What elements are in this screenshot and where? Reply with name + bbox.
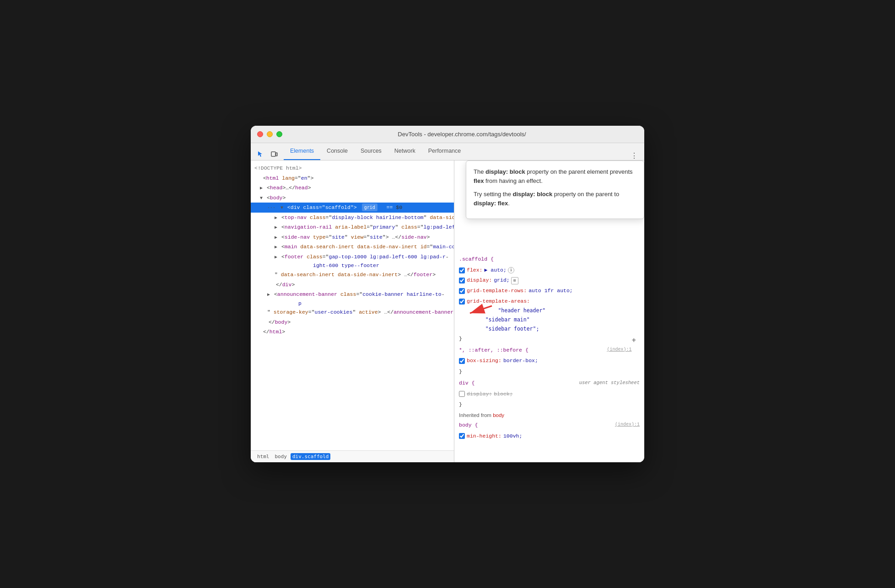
close-button[interactable] <box>257 131 263 137</box>
min-height-property: min-height: <box>467 432 501 441</box>
sidenav-line[interactable]: ▶ <side-nav type="site" view="site"> …</… <box>251 232 454 242</box>
scaffold-rule: .scaffold { <box>454 254 644 265</box>
devtools-tab-bar: Elements Console Sources Network Perform… <box>251 143 644 160</box>
scaffold-line[interactable]: ··· ▼ <div class="scaffold"> grid == $0 <box>251 203 454 213</box>
grid-areas-value: "header header" "sidebar main" "sidebar … <box>454 306 644 333</box>
grid-areas-property: grid-template-areas: <box>467 297 530 306</box>
topnav-line[interactable]: ▶ <top-nav class="display-block hairline… <box>251 213 454 223</box>
user-agent-label: user agent stylesheet <box>579 379 640 387</box>
breadcrumb-html[interactable]: html <box>255 453 271 460</box>
html-open-line[interactable]: <html lang="en"> <box>251 173 454 183</box>
breadcrumb-scaffold[interactable]: div.scaffold <box>291 453 330 460</box>
titlebar: DevTools - developer.chrome.com/tags/dev… <box>251 126 644 143</box>
display-block-value: block; <box>494 390 512 399</box>
navrail-line[interactable]: ▶ <navigation-rail aria-label="primary" … <box>251 222 454 232</box>
styles-panel: The display: block property on the paren… <box>454 160 644 462</box>
grid-areas-checkbox[interactable] <box>459 299 465 305</box>
svg-rect-1 <box>276 153 277 156</box>
breadcrumb-body[interactable]: body <box>273 453 289 460</box>
div-rule: user agent stylesheet div { <box>454 378 644 389</box>
div-close-line: </div> <box>251 280 454 290</box>
banner-line[interactable]: ▶ <announcement-banner class="cookie-ban… <box>251 289 454 317</box>
tab-network[interactable]: Network <box>388 143 422 160</box>
tooltip-paragraph-2: Try setting the display: block property … <box>474 190 636 208</box>
elements-panel: <!DOCTYPE html> <html lang="en"> ▶ <head… <box>251 160 454 462</box>
min-height-checkbox[interactable] <box>459 433 465 439</box>
universal-line-num[interactable]: (index):1 <box>607 346 631 354</box>
scaffold-close-brace: } + <box>454 333 644 345</box>
flex-checkbox[interactable] <box>459 267 465 273</box>
display-block-line: display: block; <box>454 389 644 400</box>
svg-rect-0 <box>271 152 275 156</box>
tab-sources[interactable]: Sources <box>354 143 388 160</box>
devtools-window: DevTools - developer.chrome.com/tags/dev… <box>251 126 644 462</box>
flex-property-line: flex: ▶ auto; i <box>454 265 644 276</box>
display-block-checkbox[interactable] <box>459 391 465 397</box>
grid-badge[interactable]: grid <box>362 203 377 211</box>
box-sizing-line: box-sizing: border-box; <box>454 356 644 366</box>
div-selector[interactable]: div { <box>459 380 475 386</box>
styles-content: .scaffold { flex: ▶ auto; i display: <box>454 252 644 462</box>
display-block-property: display: <box>467 390 492 399</box>
flex-value: ▶ auto; <box>485 266 507 275</box>
maximize-button[interactable] <box>276 131 282 137</box>
body-rule: (index):1 body { <box>454 420 644 431</box>
html-close-line: </html> <box>251 327 454 337</box>
display-value: grid; <box>494 276 510 285</box>
box-sizing-checkbox[interactable] <box>459 358 465 364</box>
tab-elements[interactable]: Elements <box>284 143 320 160</box>
box-sizing-value: border-box; <box>503 356 538 366</box>
main-line[interactable]: ▶ <main data-search-inert data-side-nav-… <box>251 242 454 252</box>
min-height-value: 100vh; <box>503 432 522 441</box>
body-selector[interactable]: body { <box>459 422 478 428</box>
universal-rule: (index):1 *, ::after, ::before { <box>454 345 644 356</box>
window-title: DevTools - developer.chrome.com/tags/dev… <box>286 131 638 138</box>
tooltip-popup: The display: block property on the paren… <box>466 160 644 219</box>
grid-icon[interactable]: ⊞ <box>511 277 518 284</box>
display-property: display: <box>467 276 492 285</box>
inherited-body-ref[interactable]: body <box>493 412 504 418</box>
tabs-overflow-button[interactable]: ⋮ <box>628 151 641 160</box>
head-line[interactable]: ▶ <head>…</head> <box>251 183 454 193</box>
flex-property: flex: <box>467 266 483 275</box>
body-close-line: </body> <box>251 317 454 327</box>
minimize-button[interactable] <box>267 131 273 137</box>
universal-selector[interactable]: *, ::after, ::before { <box>459 347 528 353</box>
display-value-group: grid; ⊞ <box>494 276 518 285</box>
body-line[interactable]: ▼ <body> <box>251 193 454 203</box>
tab-icon-group <box>254 148 280 160</box>
grid-rows-value: auto 1fr auto; <box>528 286 573 296</box>
inherited-header: Inherited from body <box>454 411 644 420</box>
elements-tree[interactable]: <!DOCTYPE html> <html lang="en"> ▶ <head… <box>251 160 454 450</box>
grid-rows-property: grid-template-rows: <box>467 286 527 296</box>
display-property-line: display: grid; ⊞ <box>454 275 644 286</box>
div-close-brace: } <box>454 399 644 411</box>
min-height-line: min-height: 100vh; <box>454 431 644 442</box>
doctype-line: <!DOCTYPE html> <box>251 163 454 173</box>
grid-rows-checkbox[interactable] <box>459 288 465 294</box>
devtools-body: <!DOCTYPE html> <html lang="en"> ▶ <head… <box>251 160 644 462</box>
box-sizing-property: box-sizing: <box>467 356 501 366</box>
grid-areas-line: grid-template-areas: <box>454 296 644 307</box>
add-property-button[interactable]: + <box>631 334 640 347</box>
cursor-icon[interactable] <box>254 148 266 160</box>
display-checkbox[interactable] <box>459 278 465 283</box>
flex-info-icon[interactable]: i <box>508 267 514 273</box>
footer-line[interactable]: ▶ <footer class="gap-top-1000 lg:pad-lef… <box>251 252 454 280</box>
breadcrumb-bar: html body div.scaffold <box>251 450 454 462</box>
grid-rows-line: grid-template-rows: auto 1fr auto; <box>454 286 644 296</box>
tab-performance[interactable]: Performance <box>422 143 468 160</box>
body-line-num[interactable]: (index):1 <box>615 421 640 429</box>
tooltip-paragraph-1: The display: block property on the paren… <box>474 167 636 185</box>
device-icon[interactable] <box>268 148 280 160</box>
tab-console[interactable]: Console <box>320 143 354 160</box>
universal-close-brace: } <box>454 366 644 378</box>
flex-value-group: ▶ auto; i <box>485 266 514 275</box>
scaffold-selector[interactable]: .scaffold { <box>459 256 494 262</box>
